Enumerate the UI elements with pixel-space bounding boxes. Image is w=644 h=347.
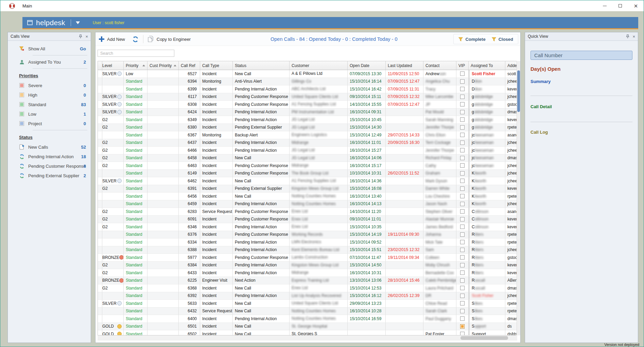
vip-checkbox[interactable] — [460, 278, 465, 283]
vip-checkbox[interactable] — [460, 316, 465, 321]
vip-checkbox[interactable] — [460, 294, 465, 298]
table-row[interactable]: SILVERStandard6117IncidentPending Custom… — [98, 93, 517, 101]
table-row[interactable]: Standard6432Service RequestNew CallNotti… — [98, 308, 517, 315]
column-header-contact[interactable]: Contact — [423, 61, 456, 70]
vip-checkbox[interactable] — [460, 186, 465, 191]
table-row[interactable]: SILVERStandard6424IncidentPending Intern… — [98, 109, 517, 116]
table-row[interactable]: GOLDStandard6501IncidentNew CallSt. Geor… — [98, 323, 517, 331]
vip-checkbox[interactable] — [460, 194, 465, 198]
table-row[interactable]: Standard6394MonitoringAnti-Virus AlertGi… — [98, 78, 517, 86]
table-row[interactable]: G2Standard6283Service RequestPending Cus… — [98, 208, 517, 216]
close-panel-icon[interactable]: × — [85, 34, 88, 39]
table-row[interactable]: Standard6388IncidentPending Internal Act… — [98, 246, 517, 254]
pin-icon[interactable] — [626, 34, 629, 38]
complete-filter-button[interactable]: Complete — [458, 37, 485, 42]
table-row[interactable]: Standard6367MonitoringBackup AlertEngine… — [98, 131, 517, 139]
table-row[interactable]: Standard6459IncidentPending Internal Act… — [98, 200, 517, 208]
sidebar-item-assigned-to-you[interactable]: Assigned To You 2 — [8, 57, 91, 67]
table-row[interactable]: Standard6149IncidentPending Customer Res… — [98, 170, 517, 178]
table-row[interactable]: G2Standard6380IncidentPending External S… — [98, 124, 517, 132]
table-row[interactable]: SILVERLow6527IncidentNew CallA & E Pillo… — [98, 70, 517, 78]
table-row[interactable]: BRONZEStandard5977IncidentPending Custom… — [98, 254, 517, 262]
vip-checkbox[interactable] — [460, 263, 465, 267]
refresh-icon[interactable] — [132, 36, 139, 43]
table-row[interactable]: G2Standard6391IncidentPending External S… — [98, 185, 517, 193]
vip-checkbox[interactable] — [460, 332, 465, 335]
sidebar-item-pending-internal-action[interactable]: Pending Internal Action18 — [8, 152, 91, 161]
vip-checkbox[interactable] — [460, 110, 465, 114]
vip-checkbox[interactable] — [460, 202, 465, 206]
table-row[interactable]: SILVERStandard6308IncidentPending Custom… — [98, 101, 517, 109]
vertical-scrollbar[interactable] — [517, 61, 520, 335]
vip-checkbox[interactable] — [460, 179, 465, 183]
sidebar-item-high[interactable]: High0 — [8, 90, 91, 100]
table-row[interactable]: G2Standard6349IncidentPending Internal A… — [98, 116, 517, 124]
sidebar-item-pending-customer-response[interactable]: Pending Customer Response8 — [8, 161, 91, 171]
vip-checkbox[interactable] — [460, 171, 465, 176]
vip-checkbox[interactable] — [460, 301, 465, 305]
column-header-last-updated[interactable]: Last Updated — [386, 61, 423, 70]
copy-to-engineer-button[interactable]: Copy to Engineer — [157, 37, 191, 42]
table-row[interactable]: G2Standard6463IncidentPending Customer R… — [98, 162, 517, 170]
minimize-button[interactable] — [597, 0, 612, 11]
chevron-down-icon[interactable] — [76, 21, 80, 24]
table-row[interactable]: G2Standard6368IncidentNew CallEnex Ltd15… — [98, 284, 517, 292]
column-header-call-ref[interactable]: Call Ref — [179, 61, 200, 70]
vip-checkbox[interactable] — [460, 141, 465, 145]
vip-checkbox[interactable] — [460, 309, 465, 313]
sidebar-item-standard[interactable]: Standard83 — [8, 100, 91, 109]
column-header-vip[interactable]: VIP — [456, 61, 469, 70]
table-row[interactable]: Standard6376IncidentPending Customer Res… — [98, 231, 517, 239]
column-header-call-type[interactable]: Call Type — [200, 61, 233, 70]
vip-checkbox[interactable] — [460, 286, 465, 290]
column-header-status[interactable]: Status — [233, 61, 290, 70]
closed-filter-button[interactable]: Closed — [492, 37, 513, 42]
table-row[interactable]: G2Standard6466IncidentPending Internal A… — [98, 147, 517, 154]
vip-checkbox[interactable] — [460, 95, 465, 99]
vip-checkbox[interactable] — [460, 163, 465, 168]
maximize-button[interactable] — [612, 0, 628, 11]
table-row[interactable]: G2Standard6346IncidentPending Internal A… — [98, 223, 517, 231]
table-row[interactable]: Standard6392IncidentPending Internal Act… — [98, 292, 517, 300]
table-row[interactable]: G2Standard6091IncidentPending Customer R… — [98, 216, 517, 224]
column-header-open-date[interactable]: Open Date — [348, 61, 386, 70]
column-header-assigned-to[interactable]: Assigned To — [469, 61, 505, 70]
vip-checkbox[interactable] — [460, 232, 465, 237]
vip-checkbox[interactable] — [460, 133, 465, 137]
close-panel-icon[interactable]: × — [632, 34, 635, 39]
sidebar-item-severe[interactable]: Severe0 — [8, 81, 91, 90]
close-button[interactable]: ✕ — [628, 0, 644, 11]
sidebar-item-low[interactable]: Low1 — [8, 109, 91, 119]
show-all-go[interactable]: Go — [80, 46, 86, 51]
call-number-field[interactable]: Call Number — [530, 51, 632, 60]
vip-checkbox[interactable] — [460, 255, 465, 260]
vip-checkbox[interactable] — [460, 324, 465, 329]
vip-checkbox[interactable] — [460, 125, 465, 130]
table-row[interactable]: Standard6400IncidentPending Internal Act… — [98, 315, 517, 323]
vip-checkbox[interactable] — [460, 240, 465, 244]
table-row[interactable]: Standard6456IncidentNew CallNotting Coun… — [98, 193, 517, 200]
column-header-cust-priority[interactable]: Cust Priority — [147, 61, 179, 70]
column-header-priority[interactable]: Priority — [124, 61, 147, 70]
table-row[interactable]: SILVERStandard5633IncidentNew CallUnited… — [98, 300, 517, 308]
table-row[interactable]: G2Standard6437IncidentPending Internal A… — [98, 139, 517, 147]
add-new-button[interactable]: Add New — [107, 37, 125, 42]
table-row[interactable]: Standard6399IncidentPending Internal Act… — [98, 85, 517, 93]
table-row[interactable]: G2Standard6433IncidentPending Internal A… — [98, 269, 517, 277]
pin-icon[interactable] — [79, 34, 82, 38]
vip-checkbox[interactable] — [460, 87, 465, 91]
vertical-scrollbar-thumb[interactable] — [517, 70, 520, 112]
vip-checkbox[interactable] — [460, 209, 465, 214]
vip-checkbox[interactable] — [460, 102, 465, 106]
table-row[interactable]: GOLDStandard6502IncidentNew CallSt. Geor… — [98, 330, 517, 335]
vip-checkbox[interactable] — [460, 270, 465, 275]
vip-checkbox[interactable] — [460, 117, 465, 122]
column-header-added[interactable]: Added — [505, 61, 517, 70]
vip-checkbox[interactable] — [460, 79, 465, 84]
vip-checkbox[interactable] — [460, 225, 465, 229]
vip-checkbox[interactable] — [460, 217, 465, 221]
horizontal-scrollbar-thumb[interactable] — [460, 336, 508, 340]
vip-checkbox[interactable] — [460, 156, 465, 160]
vip-checkbox[interactable] — [460, 248, 465, 252]
vip-checkbox[interactable] — [460, 148, 465, 152]
